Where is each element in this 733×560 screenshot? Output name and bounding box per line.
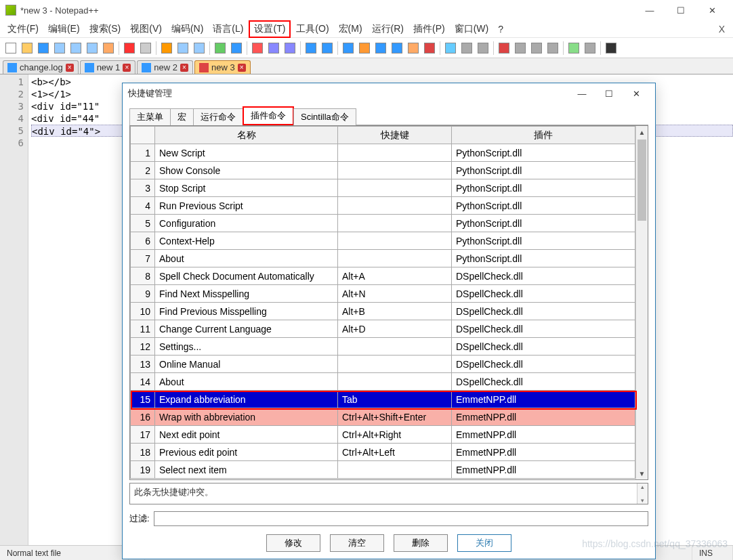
menu-item-9[interactable]: 运行(R) — [368, 22, 408, 37]
toolbar-button-33[interactable] — [459, 41, 474, 56]
file-tab-close-icon[interactable]: × — [66, 64, 74, 72]
window-maximize-button[interactable]: ☐ — [665, 1, 696, 20]
file-tab-3[interactable]: new 3× — [194, 60, 251, 74]
table-row[interactable]: 8Spell Check Document AutomaticallyAlt+A… — [131, 267, 635, 285]
grid-vertical-scrollbar[interactable]: ▲ ▼ — [635, 126, 648, 479]
toolbar-button-2[interactable] — [36, 41, 51, 56]
menu-item-8[interactable]: 宏(M) — [335, 22, 366, 37]
window-minimize-button[interactable]: — — [634, 1, 665, 20]
table-row[interactable]: 12Settings...DSpellCheck.dll — [131, 338, 635, 356]
dialog-tab-1[interactable]: 宏 — [170, 108, 194, 125]
toolbar-button-5[interactable] — [85, 41, 100, 56]
toolbar-button-4[interactable] — [68, 41, 83, 56]
toolbar-button-16[interactable] — [229, 41, 244, 56]
dialog-maximize-button[interactable]: ☐ — [595, 85, 623, 102]
table-row[interactable]: 6Context-HelpPythonScript.dll — [131, 232, 635, 250]
window-close-button[interactable]: ✕ — [696, 1, 728, 20]
toolbar-button-39[interactable] — [545, 41, 560, 56]
menu-item-7[interactable]: 工具(O) — [292, 22, 333, 37]
file-tab-close-icon[interactable]: × — [238, 64, 246, 72]
file-tab-2[interactable]: new 2× — [137, 60, 193, 74]
dialog-tab-0[interactable]: 主菜单 — [129, 108, 171, 125]
toolbar-button-6[interactable] — [101, 41, 116, 56]
menu-item-0[interactable]: 文件(F) — [3, 22, 43, 37]
toolbar-button-34[interactable] — [476, 41, 490, 56]
toolbar-button-1[interactable] — [20, 41, 35, 56]
column-header-shortcut[interactable]: 快捷键 — [338, 127, 452, 144]
toolbar-button-26[interactable] — [357, 41, 372, 56]
table-row[interactable]: 17Next edit pointCtrl+Alt+RightEmmetNPP.… — [131, 426, 635, 444]
file-tab-close-icon[interactable]: × — [123, 64, 131, 72]
shortcut-grid[interactable]: 名称 快捷键 插件 1New ScriptPythonScript.dll2Sh… — [130, 126, 635, 479]
toolbar-button-32[interactable] — [443, 41, 458, 56]
toolbar-button-29[interactable] — [406, 41, 421, 56]
table-row[interactable]: 1New ScriptPythonScript.dll — [131, 144, 635, 162]
toolbar-button-19[interactable] — [266, 41, 281, 56]
toolbar-button-15[interactable] — [213, 41, 228, 56]
toolbar-button-3[interactable] — [52, 41, 67, 56]
menu-item-3[interactable]: 视图(V) — [126, 22, 166, 37]
hint-scrollbar[interactable]: ▴▾ — [637, 483, 648, 504]
toolbar-button-30[interactable] — [422, 41, 437, 56]
toolbar-button-11[interactable] — [159, 41, 174, 56]
toolbar-button-25[interactable] — [341, 41, 356, 56]
toolbar-button-44[interactable] — [604, 41, 619, 56]
table-row[interactable]: 5ConfigurationPythonScript.dll — [131, 215, 635, 232]
dialog-minimize-button[interactable]: — — [568, 85, 595, 102]
toolbar-button-13[interactable] — [192, 41, 207, 56]
menu-item-1[interactable]: 编辑(E) — [44, 22, 84, 37]
menu-item-4[interactable]: 编码(N) — [167, 22, 207, 37]
table-row[interactable]: 4Run Previous ScriptPythonScript.dll — [131, 197, 635, 215]
menu-item-12[interactable]: ? — [494, 22, 507, 36]
table-row[interactable]: 15Expand abbreviationTabEmmetNPP.dll — [131, 391, 635, 408]
column-header-index[interactable] — [131, 127, 155, 144]
toolbar-button-0[interactable] — [3, 41, 18, 56]
scroll-thumb[interactable] — [637, 139, 646, 221]
table-row[interactable]: 13Online ManualDSpellCheck.dll — [131, 356, 635, 373]
table-row[interactable]: 19Select next itemEmmetNPP.dll — [131, 461, 635, 479]
menu-item-10[interactable]: 插件(P) — [409, 22, 449, 37]
toolbar-button-9[interactable] — [138, 41, 153, 56]
filter-input[interactable] — [154, 511, 648, 526]
menu-item-2[interactable]: 搜索(S) — [85, 22, 125, 37]
menu-item-5[interactable]: 语言(L) — [209, 22, 247, 37]
menu-item-6[interactable]: 设置(T) — [249, 20, 291, 38]
table-row[interactable]: 7AboutPythonScript.dll — [131, 250, 635, 267]
toolbar-button-12[interactable] — [175, 41, 190, 56]
document-close-button[interactable]: X — [713, 24, 730, 35]
file-tab-0[interactable]: change.log× — [3, 60, 79, 74]
toolbar-button-27[interactable] — [373, 41, 388, 56]
file-tab-1[interactable]: new 1× — [80, 60, 136, 74]
toolbar-button-38[interactable] — [529, 41, 544, 56]
column-header-plugin[interactable]: 插件 — [452, 127, 635, 144]
table-row[interactable]: 2Show ConsolePythonScript.dll — [131, 162, 635, 179]
menu-item-11[interactable]: 窗口(W) — [451, 22, 493, 37]
toolbar-button-18[interactable] — [250, 41, 265, 56]
table-row[interactable]: 18Previous edit pointCtrl+Alt+LeftEmmetN… — [131, 444, 635, 461]
dialog-tab-3[interactable]: 插件命令 — [243, 106, 294, 125]
scroll-up-icon[interactable]: ▲ — [636, 126, 648, 138]
dialog-tab-2[interactable]: 运行命令 — [193, 108, 243, 125]
table-row[interactable]: 3Stop ScriptPythonScript.dll — [131, 179, 635, 197]
toolbar-button-23[interactable] — [320, 41, 335, 56]
delete-button[interactable]: 删除 — [394, 534, 448, 552]
toolbar-button-28[interactable] — [390, 41, 404, 56]
modify-button[interactable]: 修改 — [266, 534, 320, 552]
scroll-down-icon[interactable]: ▼ — [636, 467, 648, 479]
table-row[interactable]: 14AboutDSpellCheck.dll — [131, 373, 635, 391]
toolbar-button-22[interactable] — [303, 41, 318, 56]
toolbar-button-8[interactable] — [122, 41, 137, 56]
table-row[interactable]: 9Find Next MisspellingAlt+NDSpellCheck.d… — [131, 285, 635, 303]
toolbar-button-20[interactable] — [282, 41, 297, 56]
dialog-tab-4[interactable]: Scintilla命令 — [293, 108, 356, 125]
close-button[interactable]: 关闭 — [457, 534, 511, 552]
table-row[interactable]: 10Find Previous MisspellingAlt+BDSpellCh… — [131, 303, 635, 320]
clear-button[interactable]: 清空 — [330, 534, 384, 552]
table-row[interactable]: 16Wrap with abbreviationCtrl+Alt+Shift+E… — [131, 408, 635, 426]
toolbar-button-41[interactable] — [566, 41, 581, 56]
table-row[interactable]: 11Change Current LanguageAlt+DDSpellChec… — [131, 320, 635, 338]
file-tab-close-icon[interactable]: × — [180, 64, 188, 72]
dialog-close-button[interactable]: ✕ — [623, 85, 650, 102]
toolbar-button-37[interactable] — [513, 41, 528, 56]
toolbar-button-42[interactable] — [583, 41, 598, 56]
